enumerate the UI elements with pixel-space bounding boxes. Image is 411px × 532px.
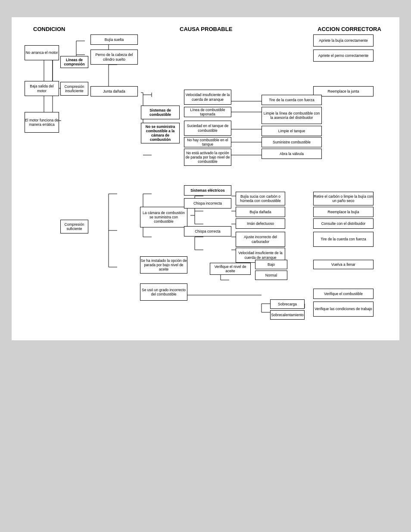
action-verifique-combustible: Verifique el combustible bbox=[313, 289, 374, 299]
cause-suciedad-tanque: Suciedad en el tanque de combustible bbox=[184, 121, 231, 136]
action-apriete-bujia: Apriete la bujía correctamente bbox=[313, 34, 374, 47]
verifique-aceite: Verifique el nivel de aceite bbox=[210, 263, 251, 275]
cause-perno-cabeza: Perno de la cabeza del cilindro suelto bbox=[90, 50, 138, 65]
action-tire-cuerda2: Tire de la cuerda con fuerza bbox=[313, 232, 374, 247]
header-causa: CAUSA PROBABLE bbox=[180, 26, 232, 32]
sobrecalentamiento: Sobrecalentamiento bbox=[270, 310, 305, 320]
condition-baja-salida: Baja salida del motor bbox=[25, 81, 59, 96]
cause-linea-taponada: Línea de combustible taponada bbox=[184, 107, 231, 117]
grado-incorrecto: Se usó un grado incorrecto del combustib… bbox=[140, 283, 187, 301]
no-suministra-combustible: No se suministra combustible a la cámara… bbox=[141, 123, 180, 143]
cause-no-hay-combustible: No hay combustible en el tanque bbox=[184, 137, 231, 147]
action-retire-carbon: Retire el carbón o limpie la bujía con u… bbox=[313, 192, 374, 205]
action-suministre-combustible: Suministre combustible bbox=[262, 137, 322, 147]
action-tire-cuerda: Tire de la cuerda con fuerza bbox=[262, 95, 322, 105]
action-limpie-linea: Limpie la línea de combustible con la as… bbox=[262, 107, 322, 124]
cause-iman-defectuoso: Imán defectuoso bbox=[236, 218, 285, 229]
cause-junta-danada: Junta dañada bbox=[90, 86, 138, 96]
cause-bujia-suelta: Bujía suelta bbox=[90, 34, 138, 45]
action-vuelva-llenar: Vuelva a llenar bbox=[313, 260, 374, 269]
action-reemplace-bujia: Reemplace la bujía bbox=[313, 207, 374, 217]
action-apriete-perno: Apriete el perno correctamente bbox=[313, 50, 374, 62]
cause-bujia-sucia: Bujía sucia con carbón o húmeda con comb… bbox=[236, 192, 285, 205]
sistemas-electricos: Sistemas eléctricos bbox=[184, 185, 231, 196]
aceite-bajo: Bajo bbox=[255, 260, 287, 269]
condition-no-arranca: No arranca el motor bbox=[25, 45, 59, 60]
chispa-correcta: Chispa correcta bbox=[184, 226, 231, 236]
compresion-insuficiente: Compresión insuficiente bbox=[60, 82, 88, 96]
compresion-suficiente: Compresión suficiente bbox=[60, 220, 88, 233]
sobrecarga: Sobrecarga bbox=[270, 299, 305, 309]
sistemas-combustible: Sistemas de combustible bbox=[141, 106, 180, 119]
cause-ajuste-incorrecto: Ajuste incorrecto del carburador bbox=[236, 232, 285, 247]
lineas-compresion: Líneas de compresión bbox=[60, 56, 88, 68]
cause-no-activado: No está activado la opción de parada por… bbox=[184, 149, 231, 166]
header-accion: ACCION CORRECTORA bbox=[318, 26, 381, 32]
instalado-parada: Se ha instalado la opción de parada por … bbox=[140, 256, 187, 274]
action-consulte-distribuidor: Consulte con el distribuidor bbox=[313, 218, 374, 229]
camara-suministra: La cámara de combustión se suministra co… bbox=[140, 207, 187, 227]
action-reemplace-junta: Reemplace la junta bbox=[313, 86, 374, 96]
chispa-incorrecta: Chispa incorrecta bbox=[184, 198, 231, 208]
cause-bujia-danada: Bujía dañada bbox=[236, 207, 285, 217]
action-limpie-tanque: Limpie el tanque bbox=[262, 126, 322, 136]
aceite-normal: Normal bbox=[255, 271, 287, 280]
action-verifique-condiciones: Verifique las condiciones de trabajo bbox=[313, 302, 374, 317]
condition-funciona-erratica: El motor funciona de manera errática bbox=[25, 112, 59, 133]
action-abra-valvula: Abra la válvula bbox=[262, 149, 322, 159]
cause-velocidad-insuf: Velocidad insuficiente de la cuerda de a… bbox=[184, 90, 231, 105]
header-condicion: CONDICION bbox=[33, 26, 65, 32]
